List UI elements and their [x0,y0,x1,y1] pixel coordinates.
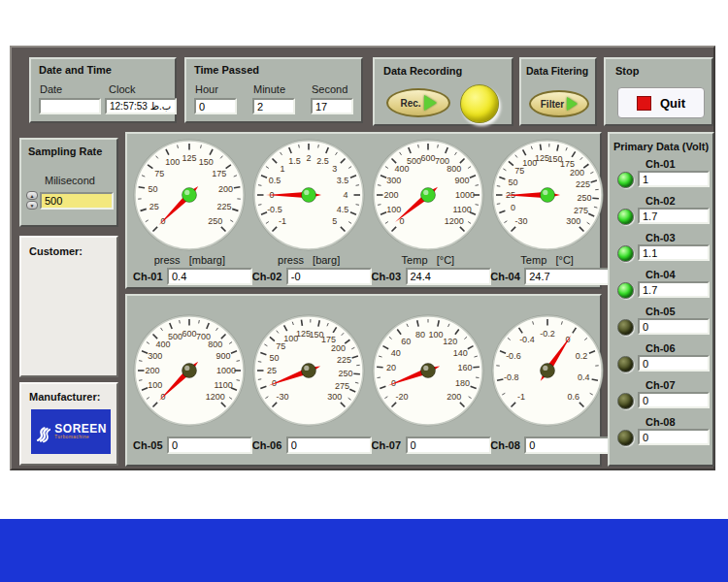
svg-text:-20: -20 [395,392,408,402]
gauge-unit-label: Temp [°C] [487,254,607,266]
time-field-hour[interactable] [194,98,237,114]
gauge-cell: -300255075100125150175200225250275300 [487,136,607,254]
channel-label: Ch-03 [645,232,676,243]
svg-text:500: 500 [407,156,421,166]
gauge-field-cell: Ch-01 [127,267,247,288]
svg-text:0.2: 0.2 [575,351,587,361]
gauge-row: 0100200300400500600700800900100011001200… [130,311,607,430]
gauge-cell: -20020406080100120140160180200 [369,311,488,430]
gauge-ch-05: 0100200300400500600700800900100011001200 [130,311,248,430]
panel-title: Date and Time [39,64,112,76]
gauge-value-ch-03[interactable] [406,268,491,285]
gauge-value-ch-04[interactable] [524,268,610,285]
gauge-ch-02: -1-0.500.511.522.533.544.55 [249,136,368,254]
panel-title: Manufacturer: [29,391,100,403]
svg-text:20: 20 [386,363,396,372]
filter-button[interactable]: Filter [529,90,589,117]
quit-button[interactable]: Quit [617,87,705,118]
svg-text:1200: 1200 [206,392,225,402]
svg-text:250: 250 [339,369,353,378]
svg-text:100: 100 [166,157,181,167]
primary-channel: Ch-05 [610,306,712,340]
svg-text:4.5: 4.5 [337,205,349,214]
gauge-field-cell: Ch-02 [247,267,366,288]
svg-text:100: 100 [386,205,401,214]
time-field-label: Second [312,83,347,95]
primary-value-ch-01[interactable] [638,171,710,187]
svg-text:600: 600 [420,153,435,163]
decrement-button[interactable]: ▼ [26,201,38,210]
gauge-value-ch-02[interactable] [286,268,372,285]
gauge-ch-03: 0100200300400500600700800900100011001200 [369,136,487,254]
svg-text:275: 275 [335,381,349,391]
svg-text:200: 200 [218,184,233,194]
gauge-value-ch-07[interactable] [406,436,491,454]
channel-label: Ch-06 [645,342,676,354]
gauge-cell: 0255075100125150175200225250 [130,136,249,254]
clock-field[interactable] [105,98,177,114]
gauge-unit-label: press [barg] [249,254,369,266]
gauge-value-ch-01[interactable] [167,268,252,285]
time-field-minute[interactable] [252,98,295,114]
svg-text:100: 100 [149,380,163,390]
svg-text:1200: 1200 [445,216,464,226]
primary-value-ch-02[interactable] [638,208,710,224]
gauge-value-ch-08[interactable] [524,436,610,454]
svg-text:75: 75 [155,169,165,178]
gauge-unit-label: Temp [°C] [369,254,488,266]
gauge-hub [302,188,316,203]
channel-label: Ch-05 [133,439,163,451]
record-button[interactable]: Rec. [386,88,450,117]
gauge-hub [540,364,554,378]
gauge-ch-07: -20020406080100120140160180200 [369,311,487,430]
primary-channel: Ch-07 [610,379,712,414]
gauge-cell: -300255075100125150175200225250275300 [249,311,369,430]
increment-button[interactable]: ▲ [26,191,38,200]
svg-text:-30: -30 [514,216,527,226]
channel-label: Ch-02 [645,195,676,207]
primary-value-ch-06[interactable] [638,355,710,372]
panel-title: Stop [615,65,639,77]
svg-text:200: 200 [146,366,160,375]
svg-text:3: 3 [332,164,337,174]
svg-text:1: 1 [281,164,285,174]
svg-text:5: 5 [332,216,337,226]
svg-text:4: 4 [344,190,348,200]
svg-text:25: 25 [267,366,277,375]
svg-text:2.5: 2.5 [316,156,329,166]
primary-value-ch-04[interactable] [638,281,710,298]
footer-band [0,519,728,582]
channel-label: Ch-08 [490,439,520,451]
primary-value-ch-05[interactable] [638,318,710,335]
panel-sampling-rate: Sampling Rate Milisecond ▲ ▼ [19,138,118,227]
date-field[interactable] [39,98,101,114]
svg-text:-0.4: -0.4 [519,335,535,344]
gauge-cell: -1-0.500.511.522.533.544.55 [249,136,369,254]
svg-text:900: 900 [216,351,231,361]
svg-text:0: 0 [511,203,515,212]
logo-text: SOREEN [54,423,107,435]
primary-value-ch-03[interactable] [638,244,710,261]
primary-value-ch-07[interactable] [638,392,710,408]
panel-title: Sampling Rate [28,146,102,157]
gauge-field-cell: Ch-06 [247,436,366,457]
gauge-value-ch-05[interactable] [167,436,252,454]
time-field-second[interactable] [311,98,353,114]
svg-text:3.5: 3.5 [337,176,349,185]
svg-text:200: 200 [447,392,461,402]
gauge-unit-label: press [mbarg] [130,254,249,266]
sampling-rate-input[interactable] [40,192,114,210]
gauge-ch-08: -1-0.8-0.6-0.4-0.200.20.40.6 [488,311,607,430]
svg-text:300: 300 [327,392,342,402]
gauge-cell: 0100200300400500600700800900100011001200 [369,136,488,254]
svg-text:300: 300 [386,176,401,185]
svg-text:200: 200 [570,168,584,178]
svg-text:25: 25 [149,202,159,211]
primary-value-ch-08[interactable] [638,429,710,445]
svg-text:160: 160 [457,363,472,372]
gauge-value-ch-06[interactable] [286,436,372,454]
gauge-row: 0255075100125150175200225250-1-0.500.511… [130,136,607,254]
svg-text:225: 225 [217,202,232,211]
soreen-logo: SOREEN Turbomachine [31,409,111,454]
time-field-label: Hour [195,83,218,95]
